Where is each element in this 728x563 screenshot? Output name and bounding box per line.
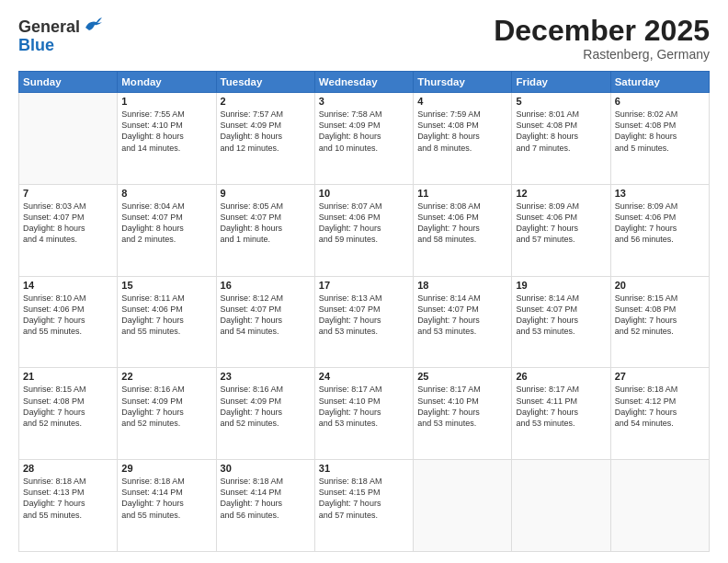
subtitle: Rastenberg, Germany (494, 47, 710, 62)
calendar-cell: 4Sunrise: 7:59 AM Sunset: 4:08 PM Daylig… (414, 93, 512, 185)
day-number: 14 (23, 280, 113, 291)
day-number: 30 (221, 463, 311, 474)
day-number: 25 (417, 371, 507, 382)
cell-info: Sunrise: 8:16 AM Sunset: 4:09 PM Dayligh… (221, 384, 311, 429)
cell-info: Sunrise: 8:12 AM Sunset: 4:07 PM Dayligh… (221, 293, 311, 338)
calendar-cell: 26Sunrise: 8:17 AM Sunset: 4:11 PM Dayli… (512, 368, 610, 460)
day-number: 2 (221, 96, 311, 107)
cell-info: Sunrise: 8:13 AM Sunset: 4:07 PM Dayligh… (319, 293, 409, 338)
calendar-cell: 29Sunrise: 8:18 AM Sunset: 4:14 PM Dayli… (118, 460, 216, 552)
calendar-cell: 7Sunrise: 8:03 AM Sunset: 4:07 PM Daylig… (19, 184, 118, 276)
day-number: 6 (615, 96, 705, 107)
cell-info: Sunrise: 8:14 AM Sunset: 4:07 PM Dayligh… (516, 293, 606, 338)
calendar-cell: 25Sunrise: 8:17 AM Sunset: 4:10 PM Dayli… (414, 368, 512, 460)
day-number: 10 (319, 188, 409, 199)
title-block: December 2025 Rastenberg, Germany (494, 15, 710, 62)
calendar-cell: 22Sunrise: 8:16 AM Sunset: 4:09 PM Dayli… (118, 368, 216, 460)
cell-info: Sunrise: 8:11 AM Sunset: 4:06 PM Dayligh… (121, 293, 211, 338)
day-number: 9 (221, 188, 311, 199)
cell-info: Sunrise: 8:01 AM Sunset: 4:08 PM Dayligh… (516, 109, 606, 154)
col-header-tuesday: Tuesday (216, 72, 314, 93)
day-number: 5 (516, 96, 606, 107)
day-number: 4 (417, 96, 507, 107)
cell-info: Sunrise: 8:09 AM Sunset: 4:06 PM Dayligh… (516, 201, 606, 246)
calendar-week-row: 21Sunrise: 8:15 AM Sunset: 4:08 PM Dayli… (19, 368, 710, 460)
cell-info: Sunrise: 8:17 AM Sunset: 4:10 PM Dayligh… (417, 384, 507, 429)
logo-bird-icon (82, 15, 102, 35)
calendar-cell: 13Sunrise: 8:09 AM Sunset: 4:06 PM Dayli… (610, 184, 709, 276)
calendar-cell: 11Sunrise: 8:08 AM Sunset: 4:06 PM Dayli… (414, 184, 512, 276)
cell-info: Sunrise: 8:17 AM Sunset: 4:11 PM Dayligh… (516, 384, 606, 429)
cell-info: Sunrise: 7:58 AM Sunset: 4:09 PM Dayligh… (319, 109, 409, 154)
col-header-thursday: Thursday (414, 72, 512, 93)
cell-info: Sunrise: 8:05 AM Sunset: 4:07 PM Dayligh… (221, 201, 311, 246)
day-number: 18 (417, 280, 507, 291)
calendar-week-row: 28Sunrise: 8:18 AM Sunset: 4:13 PM Dayli… (19, 460, 710, 552)
day-number: 16 (221, 280, 311, 291)
month-title: December 2025 (494, 15, 710, 47)
col-header-wednesday: Wednesday (314, 72, 413, 93)
calendar-cell: 12Sunrise: 8:09 AM Sunset: 4:06 PM Dayli… (512, 184, 610, 276)
day-number: 19 (516, 280, 606, 291)
calendar-cell: 18Sunrise: 8:14 AM Sunset: 4:07 PM Dayli… (414, 276, 512, 368)
day-number: 15 (121, 280, 211, 291)
day-number: 11 (417, 188, 507, 199)
cell-info: Sunrise: 8:03 AM Sunset: 4:07 PM Dayligh… (23, 201, 113, 246)
calendar-cell: 20Sunrise: 8:15 AM Sunset: 4:08 PM Dayli… (610, 276, 709, 368)
col-header-saturday: Saturday (610, 72, 709, 93)
col-header-friday: Friday (512, 72, 610, 93)
day-number: 7 (23, 188, 113, 199)
calendar-cell: 23Sunrise: 8:16 AM Sunset: 4:09 PM Dayli… (216, 368, 314, 460)
cell-info: Sunrise: 8:07 AM Sunset: 4:06 PM Dayligh… (319, 201, 409, 246)
calendar-cell: 5Sunrise: 8:01 AM Sunset: 4:08 PM Daylig… (512, 93, 610, 185)
cell-info: Sunrise: 8:18 AM Sunset: 4:12 PM Dayligh… (615, 384, 705, 429)
logo-blue-text: Blue (18, 36, 54, 54)
day-number: 24 (319, 371, 409, 382)
calendar-header-row: SundayMondayTuesdayWednesdayThursdayFrid… (19, 72, 710, 93)
cell-info: Sunrise: 8:16 AM Sunset: 4:09 PM Dayligh… (121, 384, 211, 429)
calendar-cell: 15Sunrise: 8:11 AM Sunset: 4:06 PM Dayli… (118, 276, 216, 368)
calendar-cell: 19Sunrise: 8:14 AM Sunset: 4:07 PM Dayli… (512, 276, 610, 368)
calendar-cell: 8Sunrise: 8:04 AM Sunset: 4:07 PM Daylig… (118, 184, 216, 276)
calendar-week-row: 14Sunrise: 8:10 AM Sunset: 4:06 PM Dayli… (19, 276, 710, 368)
day-number: 12 (516, 188, 606, 199)
cell-info: Sunrise: 8:04 AM Sunset: 4:07 PM Dayligh… (121, 201, 211, 246)
cell-info: Sunrise: 8:10 AM Sunset: 4:06 PM Dayligh… (23, 293, 113, 338)
day-number: 29 (121, 463, 211, 474)
day-number: 28 (23, 463, 113, 474)
calendar-cell: 24Sunrise: 8:17 AM Sunset: 4:10 PM Dayli… (314, 368, 413, 460)
day-number: 31 (319, 463, 409, 474)
calendar-cell: 21Sunrise: 8:15 AM Sunset: 4:08 PM Dayli… (19, 368, 118, 460)
logo: General Blue (18, 18, 102, 55)
day-number: 27 (615, 371, 705, 382)
cell-info: Sunrise: 8:08 AM Sunset: 4:06 PM Dayligh… (417, 201, 507, 246)
cell-info: Sunrise: 8:15 AM Sunset: 4:08 PM Dayligh… (615, 293, 705, 338)
day-number: 13 (615, 188, 705, 199)
calendar-cell: 30Sunrise: 8:18 AM Sunset: 4:14 PM Dayli… (216, 460, 314, 552)
calendar-cell: 1Sunrise: 7:55 AM Sunset: 4:10 PM Daylig… (118, 93, 216, 185)
day-number: 26 (516, 371, 606, 382)
cell-info: Sunrise: 7:55 AM Sunset: 4:10 PM Dayligh… (121, 109, 211, 154)
cell-info: Sunrise: 7:57 AM Sunset: 4:09 PM Dayligh… (221, 109, 311, 154)
calendar-week-row: 7Sunrise: 8:03 AM Sunset: 4:07 PM Daylig… (19, 184, 710, 276)
calendar-cell: 28Sunrise: 8:18 AM Sunset: 4:13 PM Dayli… (19, 460, 118, 552)
day-number: 20 (615, 280, 705, 291)
cell-info: Sunrise: 8:18 AM Sunset: 4:15 PM Dayligh… (319, 476, 409, 521)
day-number: 8 (121, 188, 211, 199)
col-header-monday: Monday (118, 72, 216, 93)
calendar-cell (610, 460, 709, 552)
cell-info: Sunrise: 8:18 AM Sunset: 4:14 PM Dayligh… (221, 476, 311, 521)
calendar-cell: 6Sunrise: 8:02 AM Sunset: 4:08 PM Daylig… (610, 93, 709, 185)
calendar-cell (414, 460, 512, 552)
calendar-table: SundayMondayTuesdayWednesdayThursdayFrid… (18, 71, 710, 552)
cell-info: Sunrise: 8:15 AM Sunset: 4:08 PM Dayligh… (23, 384, 113, 429)
calendar-cell: 2Sunrise: 7:57 AM Sunset: 4:09 PM Daylig… (216, 93, 314, 185)
calendar-cell: 10Sunrise: 8:07 AM Sunset: 4:06 PM Dayli… (314, 184, 413, 276)
calendar-cell (19, 93, 118, 185)
col-header-sunday: Sunday (19, 72, 118, 93)
calendar-week-row: 1Sunrise: 7:55 AM Sunset: 4:10 PM Daylig… (19, 93, 710, 185)
day-number: 1 (121, 96, 211, 107)
calendar-cell (512, 460, 610, 552)
day-number: 3 (319, 96, 409, 107)
cell-info: Sunrise: 8:18 AM Sunset: 4:14 PM Dayligh… (121, 476, 211, 521)
